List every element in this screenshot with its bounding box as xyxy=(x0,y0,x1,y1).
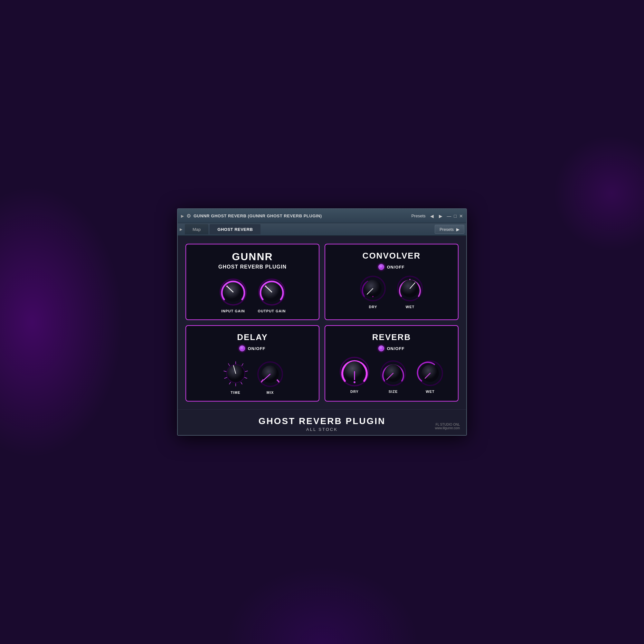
delay-time-knob[interactable] xyxy=(221,359,250,388)
svg-point-7 xyxy=(265,286,267,287)
delay-onoff-label: ON/OFF xyxy=(248,346,265,351)
svg-line-17 xyxy=(242,364,243,366)
gunnr-title: GUNNR xyxy=(232,251,273,263)
output-gain-group: OUTPUT GAIN xyxy=(257,278,286,313)
convolver-onoff-label: ON/OFF xyxy=(387,265,404,270)
delay-time-group: TIME xyxy=(221,359,250,394)
reverb-dry-label: DRY xyxy=(350,390,359,393)
svg-point-11 xyxy=(372,296,374,297)
convolver-dry-label: DRY xyxy=(369,305,377,309)
delay-onoff-row: ON/OFF xyxy=(239,346,265,351)
presets-next-arrow[interactable]: ▶ xyxy=(438,213,443,219)
gunnr-subtitle: GHOST REVERB PLUGIN xyxy=(218,264,287,270)
presets-prev-arrow[interactable]: ◀ xyxy=(430,213,434,219)
reverb-knobs-row: DRY xyxy=(339,356,444,393)
fl-studio-text: FL STUDIO ONL xyxy=(435,423,460,426)
reverb-size-group: SIZE xyxy=(380,360,407,393)
output-gain-knob[interactable] xyxy=(257,278,286,307)
svg-line-23 xyxy=(224,377,227,378)
svg-line-18 xyxy=(245,371,248,372)
panel-gunnr: GUNNR GHOST REVERB PLUGIN xyxy=(185,244,319,320)
reverb-wet-group: WET xyxy=(417,360,444,393)
tab-ghost-reverb[interactable]: GHOST REVERB xyxy=(210,224,260,234)
convolver-dry-knob[interactable] xyxy=(359,275,387,302)
delay-mix-group: MIX xyxy=(257,361,284,394)
convolver-onoff-row: ON/OFF xyxy=(378,264,404,270)
reverb-dry-group: DRY xyxy=(339,356,370,393)
input-gain-group: INPUT GAIN xyxy=(219,278,248,313)
reverb-size-knob[interactable] xyxy=(380,360,407,387)
output-gain-label: OUTPUT GAIN xyxy=(258,309,286,313)
delay-knobs-row: TIME xyxy=(221,359,284,394)
title-bar-right: Presets ◀ ▶ — □ ✕ xyxy=(411,213,463,219)
reverb-title: REVERB xyxy=(372,332,411,342)
bottom-title: GHOST REVERB PLUGIN xyxy=(178,416,466,426)
tab-map[interactable]: Map xyxy=(185,224,208,234)
title-bar-nav-arrow[interactable]: ▶ xyxy=(181,214,184,218)
svg-point-15 xyxy=(409,279,411,280)
svg-point-35 xyxy=(354,381,355,383)
convolver-title: CONVOLVER xyxy=(363,251,421,261)
panel-reverb: REVERB ON/OFF xyxy=(325,325,459,402)
presets-button[interactable]: Presets ▶ xyxy=(435,225,464,234)
svg-line-22 xyxy=(229,382,231,384)
website-text: www.lilgunnr.com xyxy=(435,426,460,430)
input-gain-label: INPUT GAIN xyxy=(221,309,245,313)
convolver-onoff-led[interactable] xyxy=(378,264,384,270)
maximize-button[interactable]: □ xyxy=(454,213,457,219)
input-gain-knob[interactable] xyxy=(219,278,248,307)
convolver-dry-group: DRY xyxy=(359,275,387,309)
tab-bar: ▶ Map GHOST REVERB Presets ▶ xyxy=(178,223,466,236)
reverb-onoff-row: ON/OFF xyxy=(378,346,404,351)
svg-line-25 xyxy=(228,364,230,366)
svg-line-24 xyxy=(224,371,226,372)
title-bar-left: ▶ ⚙ GUNNR GHOST REVERB (GUNNR GHOST REVE… xyxy=(181,213,322,219)
reverb-size-label: SIZE xyxy=(389,390,398,393)
bottom-bar: GHOST REVERB PLUGIN ALL STOCK FL STUDIO … xyxy=(178,409,466,435)
reverb-dry-knob[interactable] xyxy=(339,356,370,387)
svg-line-20 xyxy=(241,382,242,384)
bottom-subtitle: ALL STOCK xyxy=(178,427,466,432)
bottom-right: FL STUDIO ONL www.lilgunnr.com xyxy=(435,423,460,430)
gunnr-knobs-row: INPUT GAIN xyxy=(219,278,286,313)
tab-expand-arrow[interactable]: ▶ xyxy=(180,227,182,232)
reverb-onoff-label: ON/OFF xyxy=(387,346,404,351)
delay-onoff-led[interactable] xyxy=(239,346,245,351)
delay-time-label: TIME xyxy=(231,391,240,394)
delay-mix-knob[interactable] xyxy=(257,361,284,388)
tab-bar-right: Presets ▶ xyxy=(435,225,464,234)
gear-icon[interactable]: ⚙ xyxy=(186,213,191,219)
plugin-window: ▶ ⚙ GUNNR GHOST REVERB (GUNNR GHOST REVE… xyxy=(177,208,467,436)
close-button[interactable]: ✕ xyxy=(459,213,463,219)
delay-title: DELAY xyxy=(237,332,268,342)
convolver-wet-knob[interactable] xyxy=(396,275,424,302)
svg-line-19 xyxy=(244,377,247,378)
reverb-onoff-led[interactable] xyxy=(378,346,384,351)
reverb-wet-knob[interactable] xyxy=(417,360,444,387)
panel-convolver: CONVOLVER ON/OFF xyxy=(325,244,459,320)
convolver-wet-label: WET xyxy=(406,305,414,309)
main-content: GUNNR GHOST REVERB PLUGIN xyxy=(178,236,466,409)
presets-label: Presets xyxy=(411,213,425,218)
presets-dropdown-arrow: ▶ xyxy=(456,227,459,232)
title-bar: ▶ ⚙ GUNNR GHOST REVERB (GUNNR GHOST REVE… xyxy=(178,209,466,223)
tab-bar-left: ▶ Map GHOST REVERB xyxy=(180,224,260,234)
svg-point-3 xyxy=(226,286,228,287)
convolver-knobs-row: DRY xyxy=(359,275,424,309)
convolver-wet-group: WET xyxy=(396,275,424,309)
delay-mix-label: MIX xyxy=(267,391,274,394)
panel-delay: DELAY ON/OFF xyxy=(185,325,319,402)
reverb-wet-label: WET xyxy=(426,390,434,393)
minimize-button[interactable]: — xyxy=(447,213,451,219)
window-title: GUNNR GHOST REVERB (GUNNR GHOST REVERB P… xyxy=(194,213,322,218)
window-controls: — □ ✕ xyxy=(447,213,463,219)
